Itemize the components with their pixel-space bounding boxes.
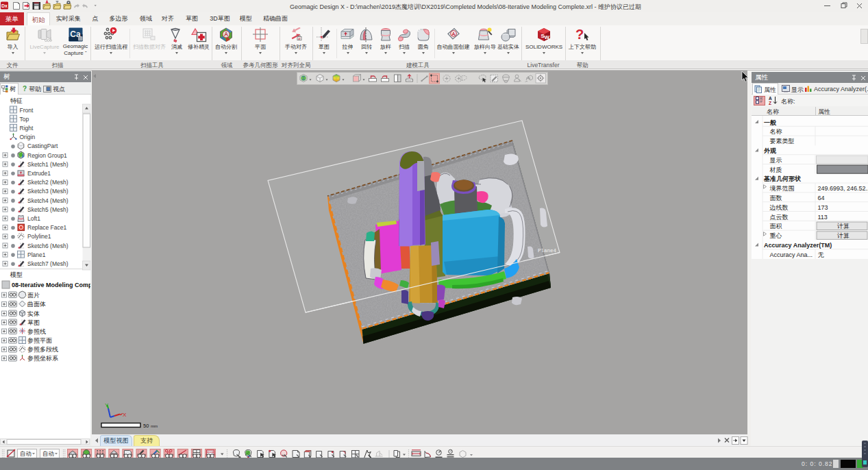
svg-text:基准几何形状: 基准几何形状 <box>763 175 802 182</box>
svg-text:50: 50 <box>143 423 149 429</box>
svg-text:特征: 特征 <box>10 97 23 104</box>
svg-text:材质: 材质 <box>769 166 782 173</box>
svg-text:A: A <box>451 31 456 37</box>
svg-text:参照坐标系: 参照坐标系 <box>27 355 58 362</box>
svg-text:Sketch4 (Mesh): Sketch4 (Mesh) <box>27 197 69 204</box>
svg-text:外观: 外观 <box>763 147 777 154</box>
svg-text:Sketch3 (Mesh): Sketch3 (Mesh) <box>27 188 69 195</box>
svg-text:参照线: 参照线 <box>27 328 46 335</box>
svg-text:Sketch2 (Mesh): Sketch2 (Mesh) <box>27 179 69 186</box>
svg-text:Plane1: Plane1 <box>27 251 46 258</box>
svg-text:模型: 模型 <box>10 271 23 278</box>
svg-text:面积: 面积 <box>770 223 782 230</box>
svg-text:?: ? <box>23 85 27 92</box>
svg-text:Sketch1 (Mesh): Sketch1 (Mesh) <box>27 161 69 168</box>
svg-text:境界范围: 境界范围 <box>769 185 795 192</box>
svg-text:Polyline1: Polyline1 <box>27 233 51 240</box>
svg-text:重心: 重心 <box>770 232 782 239</box>
svg-text:参照多段线: 参照多段线 <box>27 346 58 353</box>
svg-text:名称: 名称 <box>770 128 782 135</box>
svg-text:一般: 一般 <box>764 119 777 126</box>
svg-text:面片: 面片 <box>27 292 40 299</box>
svg-text:Sketch6 (Mesh): Sketch6 (Mesh) <box>27 243 69 249</box>
svg-text:草图: 草图 <box>27 319 40 326</box>
svg-text:173: 173 <box>818 204 828 211</box>
svg-text:64: 64 <box>818 195 825 201</box>
svg-text:显示: 显示 <box>769 157 782 164</box>
svg-text:mm: mm <box>151 424 158 428</box>
svg-text:参照平面: 参照平面 <box>27 337 52 344</box>
svg-text:08-Iterative Modeling Compl: 08-Iterative Modeling Compl <box>12 282 90 288</box>
svg-text:Accuracy Ana...: Accuracy Ana... <box>770 251 813 258</box>
svg-text:Replace Face1: Replace Face1 <box>27 224 66 231</box>
svg-text:面数: 面数 <box>770 195 782 201</box>
svg-text:计算: 计算 <box>836 232 850 239</box>
svg-text:CastingPart: CastingPart <box>27 143 58 149</box>
svg-text:?: ? <box>575 27 584 42</box>
svg-text:要素类型: 要素类型 <box>770 138 795 145</box>
svg-text:Y: Y <box>105 402 109 408</box>
svg-text:W: W <box>545 34 550 40</box>
svg-text:Right: Right <box>20 125 34 132</box>
svg-text:Z: Z <box>769 101 771 106</box>
svg-text:Plane4: Plane4 <box>538 248 557 253</box>
svg-text:Extrude1: Extrude1 <box>27 170 51 177</box>
svg-text:自动: 自动 <box>20 450 32 457</box>
svg-text:无: 无 <box>818 251 825 258</box>
svg-text:计算: 计算 <box>836 223 850 230</box>
svg-text:自动: 自动 <box>42 450 54 457</box>
svg-text:Region Group1: Region Group1 <box>27 152 67 159</box>
svg-text:Front: Front <box>20 107 34 114</box>
svg-text:Top: Top <box>20 116 29 123</box>
svg-text:Loft1: Loft1 <box>27 215 40 222</box>
svg-text:X: X <box>123 412 127 418</box>
svg-text:曲面体: 曲面体 <box>27 301 46 308</box>
svg-text:Origin: Origin <box>20 134 36 140</box>
svg-text:Accuracy Analyzer(TM): Accuracy Analyzer(TM) <box>764 242 832 249</box>
svg-text:Sketch7 (Mesh): Sketch7 (Mesh) <box>27 260 69 267</box>
svg-text:113: 113 <box>818 214 828 221</box>
svg-text:边线数: 边线数 <box>770 204 789 211</box>
svg-text:A: A <box>224 31 228 38</box>
svg-text:249.6993, 246.52...: 249.6993, 246.52... <box>818 185 868 192</box>
svg-text:点云数: 点云数 <box>770 214 789 221</box>
svg-text:实体: 实体 <box>27 310 40 317</box>
svg-text:Sketch5 (Mesh): Sketch5 (Mesh) <box>27 206 69 213</box>
